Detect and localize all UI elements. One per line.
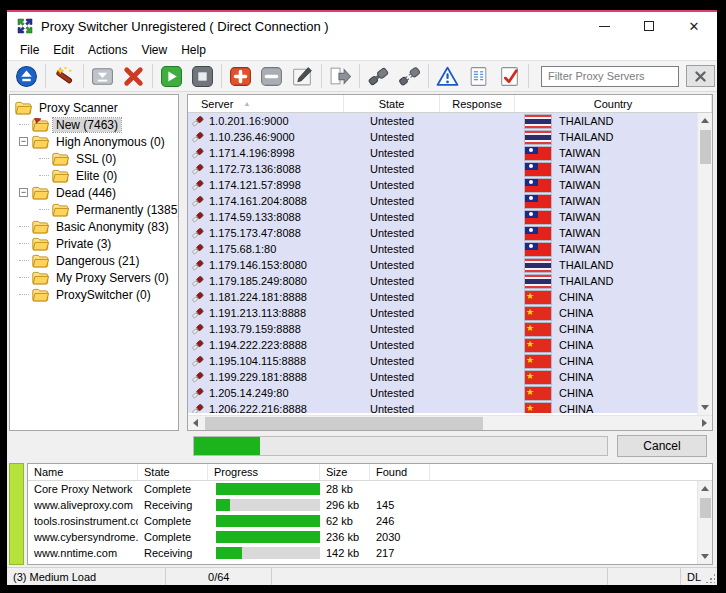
column-header-size[interactable]: Size (320, 464, 370, 480)
proxy-row[interactable]: 1.0.201.16:9000UntestedTHAILAND (188, 113, 697, 129)
stop-scan-button[interactable] (187, 62, 218, 90)
proxy-row[interactable]: 1.179.146.153:8080UntestedTHAILAND (188, 257, 697, 273)
proxy-row[interactable]: 1.191.213.113:8888UntestedCHINA (188, 305, 697, 321)
tree-item-my-proxy-servers-0[interactable]: My Proxy Servers (0) (10, 269, 178, 286)
scroll-down-icon[interactable] (698, 549, 713, 564)
tree-item-proxyswitcher-0[interactable]: ProxySwitcher (0) (10, 286, 178, 303)
proxy-row[interactable]: 1.175.68.1:80UntestedTAIWAN (188, 241, 697, 257)
maximize-button[interactable] (640, 17, 658, 35)
proxy-row[interactable]: 1.206.222.216:8888UntestedCHINA (188, 401, 697, 413)
tree-connector (39, 175, 49, 176)
filter-input[interactable] (541, 66, 679, 87)
proxy-row[interactable]: 1.174.161.204:8088UntestedTAIWAN (188, 193, 697, 209)
country-flag-icon (525, 291, 551, 304)
disconnect-proxy-button[interactable] (394, 62, 425, 90)
connect-proxy-button[interactable] (363, 62, 394, 90)
proxy-row[interactable]: 1.174.121.57:8998UntestedTAIWAN (188, 177, 697, 193)
proxy-row[interactable]: 1.199.229.181:8888UntestedCHINA (188, 369, 697, 385)
tree-item-high-anonymous-0[interactable]: −High Anonymous (0) (10, 133, 178, 150)
view-report-button[interactable] (463, 62, 494, 90)
tree-item-elite-0[interactable]: Elite (0) (10, 167, 178, 184)
tree-item-permanently-1385[interactable]: Permanently (1385) (10, 201, 178, 218)
scrollbar-thumb[interactable] (700, 130, 711, 164)
show-alerts-button[interactable] (432, 62, 463, 90)
cancel-button[interactable]: Cancel (617, 435, 707, 457)
main-area: Proxy ScannerNew (7463)−High Anonymous (… (7, 92, 717, 431)
toolbar-separator (528, 64, 529, 88)
column-header-response[interactable]: Response (440, 95, 515, 112)
add-proxy-button[interactable] (225, 62, 256, 90)
proxy-row[interactable]: 1.179.185.249:8080UntestedTHAILAND (188, 273, 697, 289)
proxy-row[interactable]: 1.175.173.47:8088UntestedTAIWAN (188, 225, 697, 241)
country-flag-icon (525, 403, 551, 414)
scroll-up-icon[interactable] (698, 113, 713, 128)
column-header-server[interactable]: Server▲ (188, 95, 344, 112)
proxy-row[interactable]: 1.172.73.136:8088UntestedTAIWAN (188, 161, 697, 177)
column-header-state[interactable]: State (138, 464, 208, 480)
menubar: FileEditActionsViewHelp (7, 40, 717, 60)
clear-filter-button[interactable] (686, 65, 715, 87)
proxy-row[interactable]: 1.205.14.249:80UntestedCHINA (188, 385, 697, 401)
collapse-toggle-icon[interactable]: − (19, 137, 28, 146)
delete-button[interactable] (118, 62, 149, 90)
download-proxy-list-button[interactable] (87, 62, 118, 90)
menu-edit[interactable]: Edit (46, 41, 81, 59)
column-header-found[interactable]: Found (370, 464, 430, 480)
tree-item-proxy-scanner[interactable]: Proxy Scanner (10, 99, 178, 116)
export-button[interactable] (325, 62, 356, 90)
connection-wizard-button[interactable] (49, 62, 80, 90)
tree-item-dead-446[interactable]: −Dead (446) (10, 184, 178, 201)
tree-item-dangerous-21[interactable]: Dangerous (21) (10, 252, 178, 269)
column-header-progress[interactable]: Progress (208, 464, 320, 480)
source-state: Complete (138, 483, 208, 495)
quick-connect-button[interactable] (11, 62, 42, 90)
country-flag-icon (525, 387, 551, 400)
source-row[interactable]: www.cybersyndrome.netComplete236 kb2030 (28, 529, 697, 545)
scrollbar-thumb[interactable] (700, 498, 711, 518)
minimize-button[interactable] (595, 17, 613, 35)
tree-item-new-7463[interactable]: New (7463) (10, 116, 178, 133)
scroll-up-icon[interactable] (698, 481, 713, 496)
close-button[interactable]: ✕ (685, 17, 703, 35)
scroll-right-icon[interactable] (697, 416, 712, 431)
country-name: TAIWAN (559, 241, 601, 257)
proxy-row[interactable]: 1.193.79.159:8888UntestedCHINA (188, 321, 697, 337)
sources-table-header: NameStateProgressSizeFound (28, 464, 712, 481)
country-name: TAIWAN (559, 145, 601, 161)
source-row[interactable]: Core Proxy NetworkComplete28 kb (28, 481, 697, 497)
tree-item-basic-anonymity-83[interactable]: Basic Anonymity (83) (10, 218, 178, 235)
menu-actions[interactable]: Actions (81, 41, 134, 59)
horizontal-scrollbar[interactable] (188, 415, 712, 430)
proxy-row[interactable]: 1.174.59.133:8088UntestedTAIWAN (188, 209, 697, 225)
country-name: TAIWAN (559, 161, 601, 177)
stop-icon (191, 65, 214, 88)
source-row[interactable]: www.nntime.comReceiving142 kb217 (28, 545, 697, 561)
source-row[interactable]: www.aliveproxy.comReceiving296 kb145 (28, 497, 697, 513)
menu-file[interactable]: File (13, 41, 46, 59)
column-header-state[interactable]: State (344, 95, 440, 112)
vertical-scrollbar[interactable] (697, 113, 712, 415)
tree-item-private-3[interactable]: Private (3) (10, 235, 178, 252)
proxy-row[interactable]: 1.171.4.196:8998UntestedTAIWAN (188, 145, 697, 161)
start-scan-button[interactable] (156, 62, 187, 90)
proxy-row[interactable]: 1.10.236.46:9000UntestedTHAILAND (188, 129, 697, 145)
scrollbar-thumb[interactable] (205, 417, 483, 430)
remove-proxy-button[interactable] (256, 62, 287, 90)
vertical-scrollbar[interactable] (697, 481, 712, 564)
proxy-row[interactable]: 1.195.104.115:8888UntestedCHINA (188, 353, 697, 369)
validate-button[interactable] (494, 62, 525, 90)
tree-item-ssl-0[interactable]: SSL (0) (10, 150, 178, 167)
menu-view[interactable]: View (134, 41, 174, 59)
column-header-country[interactable]: Country (515, 95, 712, 112)
proxy-row[interactable]: 1.194.222.223:8888UntestedCHINA (188, 337, 697, 353)
proxy-row[interactable]: 1.181.224.181:8888UntestedCHINA (188, 289, 697, 305)
scroll-down-icon[interactable] (698, 400, 713, 415)
source-row[interactable]: tools.rosinstrument.comComplete62 kb246 (28, 513, 697, 529)
collapse-toggle-icon[interactable]: − (19, 188, 28, 197)
scroll-left-icon[interactable] (188, 416, 203, 431)
edit-proxy-button[interactable] (287, 62, 318, 90)
column-header-name[interactable]: Name (28, 464, 138, 480)
menu-help[interactable]: Help (174, 41, 213, 59)
tree-connector (39, 158, 49, 159)
proxy-plug-icon (191, 243, 204, 256)
